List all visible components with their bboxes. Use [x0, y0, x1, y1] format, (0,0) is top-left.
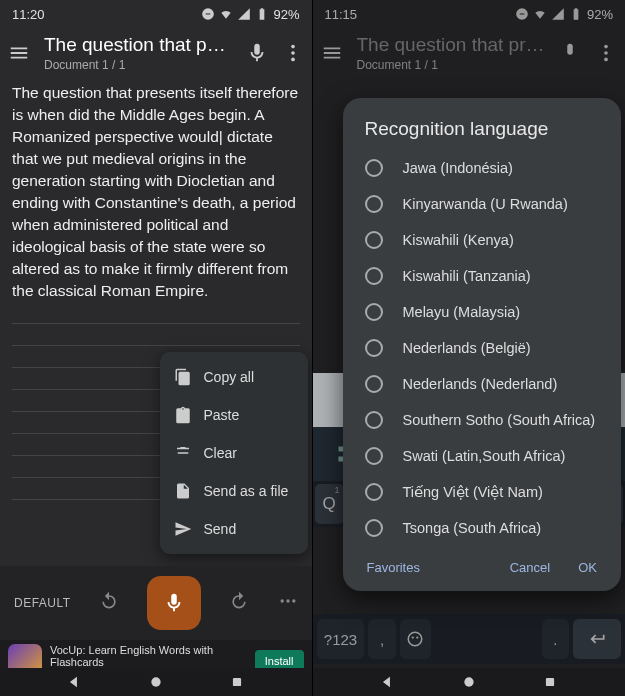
menu-icon[interactable]: [8, 42, 30, 64]
menu-copy-all[interactable]: Copy all: [160, 358, 308, 396]
svg-rect-7: [233, 678, 241, 686]
status-time: 11:20: [12, 7, 45, 22]
voice-settings-icon[interactable]: [246, 42, 268, 64]
radio-icon: [365, 339, 383, 357]
language-list[interactable]: Jawa (Indonésia) Kinyarwanda (U Rwanda) …: [347, 150, 618, 546]
language-option[interactable]: Kiswahili (Kenya): [347, 222, 618, 258]
menu-send[interactable]: Send: [160, 510, 308, 548]
document-text[interactable]: The question that presents itself theref…: [0, 82, 312, 302]
more-button[interactable]: [278, 591, 298, 615]
menu-paste[interactable]: Paste: [160, 396, 308, 434]
nav-home-icon[interactable]: [462, 675, 476, 689]
radio-icon: [365, 303, 383, 321]
cancel-button[interactable]: Cancel: [510, 560, 550, 575]
language-option[interactable]: Jawa (Indonésia): [347, 150, 618, 186]
clear-icon: [174, 444, 192, 462]
svg-rect-19: [546, 678, 554, 686]
nav-recent-icon[interactable]: [230, 675, 244, 689]
radio-icon: [365, 195, 383, 213]
svg-point-1: [291, 51, 295, 55]
radio-icon: [365, 411, 383, 429]
ad-title: VocUp: Learn English Words with Flashcar…: [50, 644, 247, 668]
send-icon: [174, 520, 192, 538]
paste-icon: [174, 406, 192, 424]
nav-back-icon[interactable]: [67, 675, 81, 689]
svg-point-3: [280, 599, 283, 602]
file-icon: [174, 482, 192, 500]
svg-point-0: [291, 45, 295, 49]
svg-point-4: [286, 599, 289, 602]
menu-clear[interactable]: Clear: [160, 434, 308, 472]
body-text: The question that presents itself theref…: [12, 84, 298, 299]
radio-icon: [365, 159, 383, 177]
language-option[interactable]: Nederlands (Nederland): [347, 366, 618, 402]
language-dialog: Recognition language Jawa (Indonésia) Ki…: [343, 98, 622, 591]
svg-point-6: [151, 677, 160, 686]
overflow-icon[interactable]: [282, 42, 304, 64]
language-option[interactable]: Nederlands (België): [347, 330, 618, 366]
menu-label: Paste: [204, 407, 240, 423]
screen-dictation: 11:20 92% The question that presen... Do…: [0, 0, 313, 696]
wifi-icon: [219, 7, 233, 21]
radio-icon: [365, 231, 383, 249]
menu-label: Copy all: [204, 369, 255, 385]
language-label[interactable]: DEFAULT: [14, 596, 71, 610]
radio-icon: [365, 447, 383, 465]
nav-bar: [0, 668, 312, 696]
language-option[interactable]: Tsonga (South Africa): [347, 510, 618, 546]
svg-point-18: [464, 677, 473, 686]
status-bar: 11:20 92%: [0, 0, 312, 28]
mic-icon: [163, 592, 185, 614]
nav-recent-icon[interactable]: [543, 675, 557, 689]
menu-send-as-file[interactable]: Send as a file: [160, 472, 308, 510]
language-option[interactable]: Tiếng Việt (Việt Nam): [347, 474, 618, 510]
screen-language-dialog: 11:15 92% The question that presen... Do…: [313, 0, 626, 696]
battery-icon: [255, 7, 269, 21]
radio-icon: [365, 483, 383, 501]
language-option[interactable]: Kinyarwanda (U Rwanda): [347, 186, 618, 222]
language-option[interactable]: Melayu (Malaysia): [347, 294, 618, 330]
menu-label: Send: [204, 521, 237, 537]
document-title: The question that presen...: [44, 34, 232, 56]
redo-button[interactable]: [229, 591, 249, 615]
radio-icon: [365, 519, 383, 537]
copy-icon: [174, 368, 192, 386]
nav-home-icon[interactable]: [149, 675, 163, 689]
status-icons: 92%: [201, 7, 299, 22]
svg-point-5: [292, 599, 295, 602]
language-option[interactable]: Southern Sotho (South Africa): [347, 402, 618, 438]
nav-bar: [313, 668, 626, 696]
dnd-icon: [201, 7, 215, 21]
nav-back-icon[interactable]: [380, 675, 394, 689]
radio-icon: [365, 375, 383, 393]
radio-icon: [365, 267, 383, 285]
language-option[interactable]: Swati (Latin,South Africa): [347, 438, 618, 474]
signal-icon: [237, 7, 251, 21]
menu-label: Clear: [204, 445, 237, 461]
favorites-button[interactable]: Favorites: [367, 560, 420, 575]
ok-button[interactable]: OK: [578, 560, 597, 575]
menu-label: Send as a file: [204, 483, 289, 499]
context-menu: Copy all Paste Clear Send as a file Send: [160, 352, 308, 554]
battery-pct: 92%: [273, 7, 299, 22]
language-option[interactable]: Kiswahili (Tanzania): [347, 258, 618, 294]
dialog-title: Recognition language: [347, 118, 618, 150]
undo-button[interactable]: [99, 591, 119, 615]
app-header: The question that presen... Document 1 /…: [0, 28, 312, 82]
svg-point-2: [291, 58, 295, 62]
dictation-toolbar: DEFAULT: [0, 566, 312, 640]
mic-button[interactable]: [147, 576, 201, 630]
document-counter: Document 1 / 1: [44, 58, 232, 72]
